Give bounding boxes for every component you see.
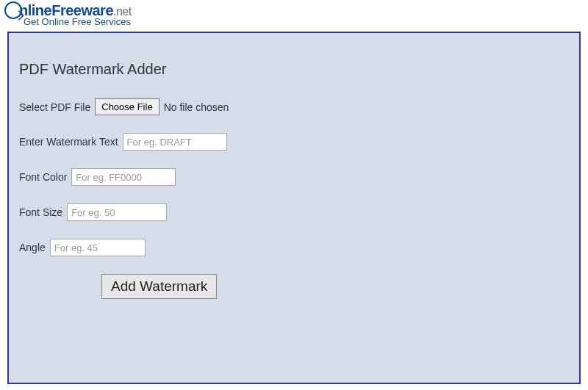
watermark-text-row: Enter Watermark Text <box>19 133 569 151</box>
font-color-label: Font Color <box>19 171 67 183</box>
angle-input[interactable] <box>50 239 146 256</box>
main-panel: PDF Watermark Adder Select PDF File Choo… <box>7 32 581 384</box>
file-label: Select PDF File <box>19 101 90 113</box>
angle-label: Angle <box>19 242 46 253</box>
page-title: PDF Watermark Adder <box>19 61 569 78</box>
logo-suffix-text: .net <box>113 5 132 18</box>
font-color-input[interactable] <box>71 168 176 186</box>
submit-row: Add Watermark <box>19 274 569 299</box>
angle-row: Angle <box>19 239 569 256</box>
font-size-label: Font Size <box>19 206 62 218</box>
choose-file-button[interactable]: Choose File <box>95 98 159 115</box>
font-size-row: Font Size <box>19 203 569 221</box>
add-watermark-button[interactable]: Add Watermark <box>101 274 217 299</box>
file-status-text: No file chosen <box>164 101 229 113</box>
watermark-text-input[interactable] <box>123 133 227 151</box>
watermark-text-label: Enter Watermark Text <box>19 136 118 148</box>
site-tagline: Get Online Free Services <box>24 16 588 27</box>
font-size-input[interactable] <box>67 203 167 221</box>
logo-circle-icon <box>4 1 22 19</box>
font-color-row: Font Color <box>19 168 569 186</box>
site-header: nlineFreeware.net Get Online Free Servic… <box>0 0 588 27</box>
file-field-row: Select PDF File Choose File No file chos… <box>19 98 569 115</box>
